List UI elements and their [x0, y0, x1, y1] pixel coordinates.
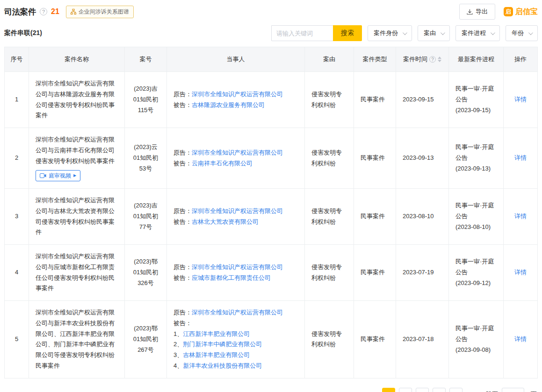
plaintiff-link[interactable]: 深圳市全维知识产权运营有限公司 — [192, 264, 283, 271]
detail-link[interactable]: 详情 — [514, 335, 527, 342]
plaintiff-label: 原告： — [173, 91, 192, 98]
defendant-link[interactable]: 荆门新洋丰中磷肥业有限公司 — [183, 341, 262, 348]
col-header-case-name: 案件名称 — [29, 47, 125, 72]
defendant-link[interactable]: 江西新洋丰肥业有限公司 — [183, 330, 250, 337]
defendant-num: 3、 — [173, 351, 183, 358]
video-button-label: 庭审视频 — [49, 171, 71, 180]
progress-text: 民事一审·开庭公告 — [455, 84, 497, 105]
defendant-link[interactable]: 应城市新都化工有限责任公司 — [192, 274, 271, 281]
row-index: 5 — [5, 301, 29, 378]
case-date: 2023-07-19 — [396, 245, 449, 301]
page-button-4[interactable]: 4 — [433, 388, 446, 392]
case-cause: 侵害发明专利权纠纷 — [305, 128, 354, 189]
search-button[interactable]: 搜索 — [333, 25, 362, 41]
case-name-cell: 深圳市全维知识产权运营有限公司与吉林隆源农业服务有限公司侵害发明专利权纠纷民事案… — [29, 72, 125, 128]
filter-year[interactable]: 年份 — [506, 25, 538, 41]
litigation-graph-button[interactable]: 企业间涉诉关系图谱 — [66, 6, 134, 18]
filter-case-role[interactable]: 案件身份 — [368, 25, 412, 41]
chevron-down-icon — [403, 30, 407, 35]
detail-link[interactable]: 详情 — [514, 154, 527, 161]
plaintiff-label: 原告： — [173, 309, 192, 316]
progress-cell: 民事一审·开庭公告 (2023-09-15) — [449, 72, 504, 128]
progress-date: (2023-09-13) — [455, 164, 497, 174]
col-header-action: 操作 — [504, 47, 538, 72]
search-input[interactable] — [271, 25, 333, 41]
plaintiff-link[interactable]: 深圳市全维知识产权运营有限公司 — [192, 91, 283, 98]
case-name-cell: 深圳市全维知识产权运营有限公司与云南祥丰石化有限公司侵害发明专利权纠纷民事案件 … — [29, 128, 125, 189]
page-button-3[interactable]: 3 — [416, 388, 429, 392]
section-title: 案件串联(21) — [4, 29, 42, 37]
logo-text: 启信宝 — [515, 7, 538, 17]
table-row: 3 深圳市全维知识产权运营有限公司与吉林北大荒农资有限公司侵害发明专利权纠纷民事… — [5, 189, 538, 245]
defendant-link[interactable]: 新洋丰农业科技股份有限公司 — [183, 362, 262, 369]
defendant-label: 被告： — [173, 274, 192, 281]
case-name: 深圳市全维知识产权运营有限公司与新洋丰农业科技股份有限公司、江西新洋丰肥业有限公… — [36, 307, 118, 371]
defendant-link[interactable]: 云南祥丰石化有限公司 — [192, 160, 253, 167]
table-row: 2 深圳市全维知识产权运营有限公司与云南祥丰石化有限公司侵害发明专利权纠纷民事案… — [5, 128, 538, 189]
play-icon: ▶ — [73, 174, 76, 178]
filter-case-cause[interactable]: 案由 — [418, 25, 450, 41]
page-button-5[interactable]: 5 — [449, 388, 463, 392]
progress-cell: 民事一审·开庭公告 (2023-09-08) — [449, 301, 504, 378]
row-index: 1 — [5, 72, 29, 128]
col-header-case-type: 案件类型 — [354, 47, 396, 72]
progress-date: (2023-09-08) — [455, 345, 497, 356]
next-page-button[interactable]: › — [466, 388, 479, 392]
case-type: 民事案件 — [354, 301, 396, 378]
parties-cell: 原告：深圳市全维知识产权运营有限公司 被告：应城市新都化工有限责任公司 — [167, 245, 305, 301]
defendant-link[interactable]: 吉林北大荒农资有限公司 — [192, 218, 259, 225]
defendant-label: 被告： — [173, 160, 192, 167]
detail-link[interactable]: 详情 — [514, 213, 527, 220]
case-name-cell: 深圳市全维知识产权运营有限公司与应城市新都化工有限责任公司侵害发明专利权纠纷民事… — [29, 245, 125, 301]
defendant-link[interactable]: 吉林新洋丰肥业有限公司 — [183, 351, 250, 358]
case-date: 2023-08-10 — [396, 189, 449, 245]
case-number: (2023)鄂01知民初326号 — [125, 245, 167, 301]
jump-page-input[interactable] — [502, 388, 524, 392]
case-type: 民事案件 — [354, 72, 396, 128]
plaintiff-link[interactable]: 深圳市全维知识产权运营有限公司 — [192, 207, 283, 214]
defendant-num: 4、 — [173, 362, 183, 369]
col-header-parties: 当事人 — [167, 47, 305, 72]
col-header-cause: 案由 — [305, 47, 354, 72]
org-chart-icon — [71, 9, 76, 14]
parties-cell: 原告：深圳市全维知识产权运营有限公司 被告：云南祥丰石化有限公司 — [167, 128, 305, 189]
defendant-num: 2、 — [173, 341, 183, 348]
sort-icon[interactable] — [438, 57, 441, 62]
help-icon[interactable]: ? — [429, 56, 436, 63]
case-type: 民事案件 — [354, 128, 396, 189]
detail-link[interactable]: 详情 — [514, 269, 527, 276]
prev-page-button[interactable]: ‹ — [365, 388, 378, 392]
page-button-2[interactable]: 2 — [399, 388, 412, 392]
col-header-latest-progress: 最新案件进程 — [449, 47, 504, 72]
defendant-num: 1、 — [173, 330, 183, 337]
detail-link[interactable]: 详情 — [514, 96, 527, 103]
filter-toolbar: 案件串联(21) 搜索 案件身份 案由 案件进程 年份 — [4, 25, 538, 41]
qixinbao-logo: 启 启信宝 — [504, 7, 538, 17]
export-button[interactable]: 导出 — [459, 4, 495, 20]
case-date: 2023-09-13 — [396, 128, 449, 189]
case-type: 民事案件 — [354, 245, 396, 301]
chevron-down-icon — [528, 30, 533, 35]
logo-icon: 启 — [504, 7, 513, 16]
progress-date: (2023-09-15) — [455, 105, 497, 116]
case-number: (2023)鄂01知民初267号 — [125, 301, 167, 378]
parties-cell: 原告：深圳市全维知识产权运营有限公司 被告：吉林北大荒农资有限公司 — [167, 189, 305, 245]
chevron-down-icon — [441, 30, 445, 35]
plaintiff-link[interactable]: 深圳市全维知识产权运营有限公司 — [192, 149, 283, 156]
graph-button-label: 企业间涉诉关系图谱 — [79, 8, 129, 16]
case-cause: 侵害发明专利权纠纷 — [305, 245, 354, 301]
page-button-1[interactable]: 1 — [382, 388, 395, 392]
case-count-badge: 21 — [51, 7, 59, 16]
case-cause: 侵害发明专利权纠纷 — [305, 189, 354, 245]
chevron-down-icon — [491, 30, 495, 35]
table-row: 1 深圳市全维知识产权运营有限公司与吉林隆源农业服务有限公司侵害发明专利权纠纷民… — [5, 72, 538, 128]
filter-case-progress[interactable]: 案件进程 — [455, 25, 500, 41]
col-header-case-time[interactable]: 案件时间 ? — [396, 47, 449, 72]
plaintiff-link[interactable]: 深圳市全维知识产权运营有限公司 — [192, 309, 283, 316]
pagination: ‹ 1 2 3 4 5 › 跳至 页 — [4, 388, 538, 392]
trial-video-button[interactable]: 庭审视频 ▶ — [36, 170, 80, 181]
defendant-link[interactable]: 吉林隆源农业服务有限公司 — [192, 101, 265, 108]
progress-cell: 民事一审·开庭公告 (2023-08-10) — [449, 189, 504, 245]
help-icon[interactable]: ? — [40, 8, 47, 15]
progress-text: 民事一审·开庭公告 — [455, 142, 497, 164]
